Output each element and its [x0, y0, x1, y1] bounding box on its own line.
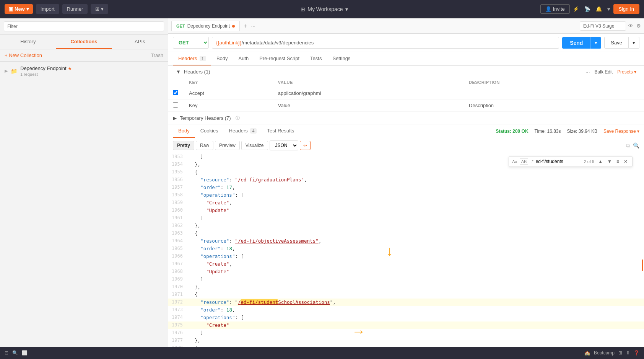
save-response-button[interactable]: Save Response ▾ — [603, 129, 639, 134]
format-raw-button[interactable]: Raw — [196, 141, 213, 150]
tab-apis[interactable]: APIs — [112, 35, 168, 49]
help-icon[interactable]: ❓ — [634, 350, 639, 356]
notification-icon[interactable]: 🔔 — [596, 6, 602, 12]
add-tab-button[interactable]: + — [241, 23, 249, 29]
search-input[interactable] — [536, 159, 582, 164]
search-prev-button[interactable]: ▲ — [597, 158, 604, 165]
env-select[interactable]: Ed-Fi V3 Stage No Environment — [580, 21, 626, 31]
env-icons: 👁 ⚙ — [628, 23, 641, 29]
method-select[interactable]: GET POST PUT DELETE — [173, 37, 209, 49]
new-dropdown-arrow: ▾ — [26, 6, 29, 12]
response-tab-test-results[interactable]: Test Results — [262, 124, 300, 138]
whole-word-icon[interactable]: AB — [520, 158, 529, 165]
url-path-part: /metadata/data/v3/dependencies — [242, 40, 314, 46]
search-close-button[interactable]: ✕ — [622, 158, 629, 165]
headers-badge: 1 — [200, 56, 206, 61]
bottom-icon-2[interactable]: 🔍 — [12, 350, 18, 356]
scrollbar-indicator[interactable] — [642, 259, 643, 271]
regex-icon[interactable]: .* — [530, 159, 533, 164]
code-line-1966: 1966 "operations": [ — [168, 253, 644, 260]
code-line-1970: 1970 }, — [168, 283, 644, 291]
req-tab-tests[interactable]: Tests — [305, 52, 327, 65]
code-line-1973: 1973 "order": 18, — [168, 306, 644, 314]
collection-name: Depedency Endpoint ★ — [20, 65, 72, 71]
request-tab-dep-endpoint[interactable]: GET Depedency Endpoint — [171, 21, 240, 31]
line-number: 1967 — [168, 260, 187, 268]
upload-icon[interactable]: ⬆ — [626, 350, 630, 356]
code-line-1964: 1964 "resource": "/ed-fi/objectiveAssess… — [168, 237, 644, 245]
req-tab-auth[interactable]: Auth — [233, 52, 254, 65]
match-case-icon[interactable]: Aa — [512, 159, 517, 164]
method-badge: GET — [176, 24, 185, 28]
invite-button[interactable]: 👤 Invite — [540, 4, 570, 14]
url-input-display[interactable]: {{authLink}}/metadata/data/v3/dependenci… — [212, 37, 559, 49]
response-tab-body[interactable]: Body — [173, 124, 195, 138]
line-number: 1963 — [168, 230, 187, 237]
headers-toggle[interactable]: ▼ Headers (1) — [171, 66, 215, 78]
wrap-button[interactable]: ⇔ — [300, 141, 311, 150]
more-tabs-button[interactable]: ··· — [251, 23, 255, 29]
runner-button[interactable]: Runner — [62, 4, 88, 14]
line-content: ] — [187, 214, 644, 222]
line-number: 1965 — [168, 245, 187, 253]
save-dropdown-button[interactable]: ▾ — [629, 37, 639, 49]
search-next-button[interactable]: ▼ — [606, 158, 613, 165]
format-preview-button[interactable]: Preview — [215, 141, 240, 150]
chevron-right-icon: ▶ — [173, 115, 177, 121]
line-content: ] — [187, 329, 644, 337]
filter-input[interactable] — [4, 21, 164, 31]
code-line-1978: 1978 { — [168, 344, 644, 347]
req-tab-headers[interactable]: Headers 1 — [173, 52, 211, 65]
import-button[interactable]: Import — [36, 4, 59, 14]
satellite-icon[interactable]: 📡 — [584, 6, 590, 12]
req-tab-pre-request[interactable]: Pre-request Script — [254, 52, 305, 65]
save-button[interactable]: Save — [604, 37, 629, 49]
format-pretty-button[interactable]: Pretty — [173, 141, 194, 150]
new-collection-button[interactable]: + New Collection — [5, 52, 42, 58]
layout-button[interactable]: ⊞ ▾ — [91, 4, 108, 14]
line-content: "order": 18, — [187, 245, 644, 253]
header-checkbox-accept[interactable] — [173, 90, 178, 95]
search-in-code-icon[interactable]: 🔍 — [633, 142, 639, 148]
tab-collections[interactable]: Collections — [56, 35, 112, 49]
new-button[interactable]: ▣ New ▾ — [5, 4, 33, 14]
layout-icon[interactable]: ⊞ — [618, 350, 622, 356]
header-checkbox-empty[interactable] — [173, 102, 178, 108]
bulk-edit-button[interactable]: Bulk Edit — [595, 69, 613, 75]
temp-headers-toggle[interactable]: ▶ Temporary Headers (7) ⓘ — [168, 112, 644, 124]
presets-button[interactable]: Presets ▾ — [617, 69, 636, 75]
search-list-button[interactable]: ≡ — [615, 158, 621, 165]
send-dropdown-button[interactable]: ▾ — [590, 37, 601, 49]
req-tab-settings[interactable]: Settings — [327, 52, 356, 65]
collection-item[interactable]: ▶ 📁 Depedency Endpoint ★ 1 request — [0, 62, 168, 80]
format-actions: ⧉ 🔍 — [626, 142, 639, 149]
presets-dropdown-icon: ▾ — [634, 69, 636, 75]
sidebar-tabs: History Collections APIs — [0, 35, 168, 49]
tabs-bar: GET Depedency Endpoint + ··· Ed-Fi V3 St… — [168, 18, 644, 34]
bottom-icon-1[interactable]: ⊡ — [5, 350, 8, 356]
star-icon: ★ — [68, 66, 72, 71]
copy-icon[interactable]: ⧉ — [626, 142, 630, 149]
line-content: { — [187, 168, 644, 176]
line-number: 1966 — [168, 253, 187, 260]
bootcamp-label[interactable]: Bootcamp — [594, 350, 615, 356]
workspace-switcher[interactable]: ⊞ My Workspace ▾ — [111, 6, 537, 12]
req-tab-body[interactable]: Body — [211, 52, 233, 65]
tab-history[interactable]: History — [0, 35, 56, 49]
bottom-icon-3[interactable]: ⬜ — [22, 350, 28, 356]
send-button[interactable]: Send — [562, 37, 590, 49]
response-tab-cookies[interactable]: Cookies — [195, 124, 224, 138]
headers-actions: ··· Bulk Edit Presets ▾ — [581, 67, 641, 77]
line-content: "Update" — [187, 207, 644, 214]
settings-icon[interactable]: ⚙ — [636, 23, 641, 29]
trash-button[interactable]: Trash — [151, 52, 163, 58]
response-tab-headers[interactable]: Headers 4 — [224, 124, 262, 138]
format-visualize-button[interactable]: Visualize — [241, 141, 268, 150]
heart-icon[interactable]: ♥ — [607, 6, 610, 12]
eye-icon[interactable]: 👁 — [628, 23, 633, 29]
col-key: KEY — [184, 78, 273, 87]
more-options-icon[interactable]: ··· — [585, 69, 590, 75]
sign-in-button[interactable]: Sign In — [613, 4, 639, 14]
json-format-select[interactable]: JSON XML HTML — [270, 140, 298, 150]
lightning-icon[interactable]: ⚡ — [573, 6, 579, 12]
